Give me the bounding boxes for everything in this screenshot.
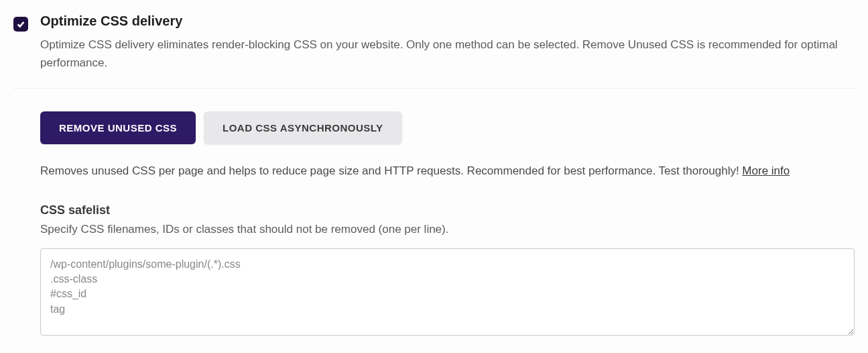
css-safelist-description: Specify CSS filenames, IDs or classes th… (40, 223, 855, 236)
setting-description: Optimize CSS delivery eliminates render-… (40, 36, 855, 72)
optimize-css-checkbox[interactable] (13, 17, 28, 32)
setting-text-block: Optimize CSS delivery Optimize CSS deliv… (40, 13, 855, 72)
checkmark-icon (16, 19, 25, 29)
css-safelist-title: CSS safelist (40, 203, 855, 217)
tab-description: Removes unused CSS per page and helps to… (40, 162, 855, 180)
optimize-css-setting-row: Optimize CSS delivery Optimize CSS deliv… (13, 13, 855, 89)
load-css-async-tab[interactable]: LOAD CSS ASYNCHRONOUSLY (204, 111, 402, 144)
more-info-link[interactable]: More info (742, 164, 790, 177)
css-safelist-textarea[interactable] (40, 248, 855, 336)
tab-buttons-row: REMOVE UNUSED CSS LOAD CSS ASYNCHRONOUSL… (40, 111, 855, 144)
remove-unused-css-tab[interactable]: REMOVE UNUSED CSS (40, 111, 196, 144)
setting-title: Optimize CSS delivery (40, 13, 855, 29)
tab-description-text: Removes unused CSS per page and helps to… (40, 164, 742, 177)
css-delivery-panel: REMOVE UNUSED CSS LOAD CSS ASYNCHRONOUSL… (13, 89, 855, 338)
